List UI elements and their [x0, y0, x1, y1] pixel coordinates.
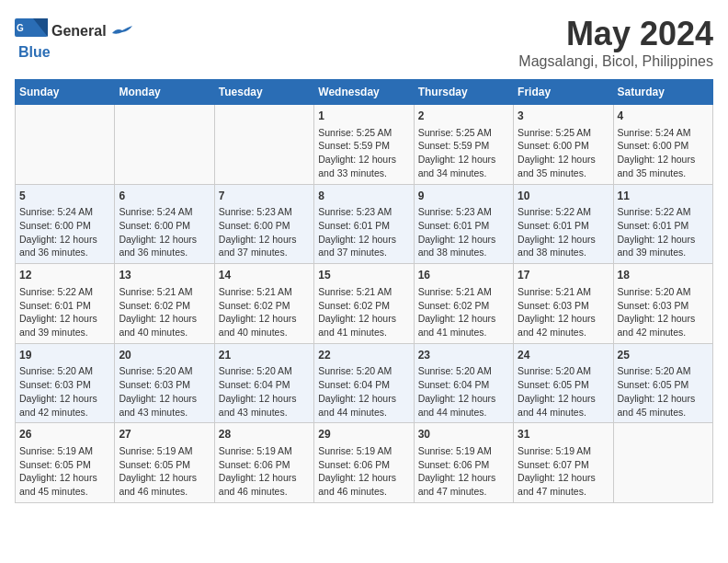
day-info: Sunrise: 5:22 AMSunset: 6:01 PMDaylight:…: [19, 285, 110, 339]
svg-text:G: G: [17, 23, 24, 33]
header: G General Blue May 2024 Magsalangi, Bico…: [15, 15, 713, 70]
calendar-cell: 30Sunrise: 5:19 AMSunset: 6:06 PMDayligh…: [414, 423, 513, 503]
calendar-cell: 28Sunrise: 5:19 AMSunset: 6:06 PMDayligh…: [214, 423, 313, 503]
day-info: Sunrise: 5:22 AMSunset: 6:01 PMDaylight:…: [518, 205, 609, 259]
week-row-5: 26Sunrise: 5:19 AMSunset: 6:05 PMDayligh…: [16, 423, 713, 503]
calendar-cell: 11Sunrise: 5:22 AMSunset: 6:01 PMDayligh…: [613, 184, 712, 264]
calendar-cell: 5Sunrise: 5:24 AMSunset: 6:00 PMDaylight…: [16, 184, 115, 264]
day-number: 28: [219, 427, 310, 442]
logo-icon: G: [15, 18, 48, 44]
day-info: Sunrise: 5:19 AMSunset: 6:06 PMDaylight:…: [219, 444, 310, 499]
day-info: Sunrise: 5:22 AMSunset: 6:01 PMDaylight:…: [618, 205, 709, 259]
day-info: Sunrise: 5:19 AMSunset: 6:06 PMDaylight:…: [318, 444, 409, 499]
day-info: Sunrise: 5:20 AMSunset: 6:03 PMDaylight:…: [119, 364, 210, 419]
calendar-cell: 3Sunrise: 5:25 AMSunset: 6:00 PMDaylight…: [514, 105, 613, 185]
calendar-cell: 21Sunrise: 5:20 AMSunset: 6:04 PMDayligh…: [214, 343, 313, 423]
calendar-cell: 24Sunrise: 5:20 AMSunset: 6:05 PMDayligh…: [514, 343, 613, 423]
day-info: Sunrise: 5:20 AMSunset: 6:04 PMDaylight:…: [318, 364, 409, 419]
day-number: 6: [119, 189, 210, 204]
day-number: 2: [418, 109, 509, 124]
calendar-table: SundayMondayTuesdayWednesdayThursdayFrid…: [15, 79, 713, 503]
day-number: 27: [119, 427, 210, 442]
day-info: Sunrise: 5:23 AMSunset: 6:01 PMDaylight:…: [318, 205, 409, 259]
day-number: 8: [318, 189, 409, 204]
calendar-cell: [115, 105, 214, 185]
calendar-cell: 6Sunrise: 5:24 AMSunset: 6:00 PMDaylight…: [115, 184, 214, 264]
header-tuesday: Tuesday: [214, 80, 313, 105]
calendar-cell: 9Sunrise: 5:23 AMSunset: 6:01 PMDaylight…: [414, 184, 513, 264]
day-number: 14: [219, 268, 310, 283]
day-info: Sunrise: 5:19 AMSunset: 6:05 PMDaylight:…: [19, 444, 110, 499]
week-row-3: 12Sunrise: 5:22 AMSunset: 6:01 PMDayligh…: [16, 264, 713, 344]
calendar-cell: 19Sunrise: 5:20 AMSunset: 6:03 PMDayligh…: [16, 343, 115, 423]
day-number: 5: [19, 189, 110, 204]
day-info: Sunrise: 5:21 AMSunset: 6:03 PMDaylight:…: [518, 285, 609, 339]
day-info: Sunrise: 5:24 AMSunset: 6:00 PMDaylight:…: [19, 205, 110, 259]
day-number: 13: [119, 268, 210, 283]
day-number: 18: [618, 268, 709, 283]
day-info: Sunrise: 5:21 AMSunset: 6:02 PMDaylight:…: [418, 285, 509, 339]
day-info: Sunrise: 5:24 AMSunset: 6:00 PMDaylight:…: [618, 126, 709, 180]
day-info: Sunrise: 5:25 AMSunset: 6:00 PMDaylight:…: [518, 126, 609, 180]
day-info: Sunrise: 5:20 AMSunset: 6:04 PMDaylight:…: [418, 364, 509, 419]
calendar-cell: 14Sunrise: 5:21 AMSunset: 6:02 PMDayligh…: [214, 264, 313, 344]
day-info: Sunrise: 5:24 AMSunset: 6:00 PMDaylight:…: [119, 205, 210, 259]
day-number: 29: [318, 427, 409, 442]
logo-general: General: [51, 23, 107, 39]
header-row: SundayMondayTuesdayWednesdayThursdayFrid…: [16, 80, 713, 105]
calendar-cell: 10Sunrise: 5:22 AMSunset: 6:01 PMDayligh…: [514, 184, 613, 264]
day-info: Sunrise: 5:21 AMSunset: 6:02 PMDaylight:…: [318, 285, 409, 339]
logo-bird: [112, 26, 132, 39]
calendar-cell: 7Sunrise: 5:23 AMSunset: 6:00 PMDaylight…: [214, 184, 313, 264]
day-number: 9: [418, 189, 509, 204]
day-number: 16: [418, 268, 509, 283]
week-row-2: 5Sunrise: 5:24 AMSunset: 6:00 PMDaylight…: [16, 184, 713, 264]
day-number: 17: [518, 268, 609, 283]
day-info: Sunrise: 5:23 AMSunset: 6:00 PMDaylight:…: [219, 205, 310, 259]
page-subtitle: Magsalangi, Bicol, Philippines: [518, 53, 713, 70]
calendar-cell: 18Sunrise: 5:20 AMSunset: 6:03 PMDayligh…: [613, 264, 712, 344]
day-number: 24: [518, 348, 609, 363]
week-row-4: 19Sunrise: 5:20 AMSunset: 6:03 PMDayligh…: [16, 343, 713, 423]
day-number: 3: [518, 109, 609, 124]
day-info: Sunrise: 5:20 AMSunset: 6:03 PMDaylight:…: [618, 285, 709, 339]
calendar-cell: 23Sunrise: 5:20 AMSunset: 6:04 PMDayligh…: [414, 343, 513, 423]
calendar-cell: 2Sunrise: 5:25 AMSunset: 5:59 PMDaylight…: [414, 105, 513, 185]
calendar-cell: 17Sunrise: 5:21 AMSunset: 6:03 PMDayligh…: [514, 264, 613, 344]
day-number: 12: [19, 268, 110, 283]
day-info: Sunrise: 5:20 AMSunset: 6:05 PMDaylight:…: [618, 364, 709, 419]
calendar-cell: 25Sunrise: 5:20 AMSunset: 6:05 PMDayligh…: [613, 343, 712, 423]
calendar-cell: [214, 105, 313, 185]
day-info: Sunrise: 5:21 AMSunset: 6:02 PMDaylight:…: [219, 285, 310, 339]
logo-blue: Blue: [18, 44, 51, 61]
day-info: Sunrise: 5:20 AMSunset: 6:05 PMDaylight:…: [518, 364, 609, 419]
calendar-cell: 26Sunrise: 5:19 AMSunset: 6:05 PMDayligh…: [16, 423, 115, 503]
calendar-cell: 27Sunrise: 5:19 AMSunset: 6:05 PMDayligh…: [115, 423, 214, 503]
calendar-cell: 15Sunrise: 5:21 AMSunset: 6:02 PMDayligh…: [314, 264, 414, 344]
day-number: 20: [119, 348, 210, 363]
day-number: 19: [19, 348, 110, 363]
day-number: 4: [618, 109, 709, 124]
page-title: May 2024: [518, 15, 713, 53]
calendar-cell: 8Sunrise: 5:23 AMSunset: 6:01 PMDaylight…: [314, 184, 414, 264]
calendar-cell: 13Sunrise: 5:21 AMSunset: 6:02 PMDayligh…: [115, 264, 214, 344]
day-info: Sunrise: 5:19 AMSunset: 6:07 PMDaylight:…: [518, 444, 609, 499]
calendar-cell: 29Sunrise: 5:19 AMSunset: 6:06 PMDayligh…: [314, 423, 414, 503]
calendar-cell: 12Sunrise: 5:22 AMSunset: 6:01 PMDayligh…: [16, 264, 115, 344]
day-number: 22: [318, 348, 409, 363]
day-info: Sunrise: 5:19 AMSunset: 6:05 PMDaylight:…: [119, 444, 210, 499]
day-number: 31: [518, 427, 609, 442]
day-info: Sunrise: 5:25 AMSunset: 5:59 PMDaylight:…: [418, 126, 509, 180]
day-number: 30: [418, 427, 509, 442]
day-info: Sunrise: 5:20 AMSunset: 6:03 PMDaylight:…: [19, 364, 110, 419]
logo: G General Blue: [15, 18, 132, 61]
calendar-cell: 16Sunrise: 5:21 AMSunset: 6:02 PMDayligh…: [414, 264, 513, 344]
day-number: 1: [318, 109, 409, 124]
header-monday: Monday: [115, 80, 214, 105]
title-area: May 2024 Magsalangi, Bicol, Philippines: [518, 15, 713, 70]
calendar-cell: 22Sunrise: 5:20 AMSunset: 6:04 PMDayligh…: [314, 343, 414, 423]
day-info: Sunrise: 5:19 AMSunset: 6:06 PMDaylight:…: [418, 444, 509, 499]
calendar-cell: 31Sunrise: 5:19 AMSunset: 6:07 PMDayligh…: [514, 423, 613, 503]
header-sunday: Sunday: [16, 80, 115, 105]
day-info: Sunrise: 5:25 AMSunset: 5:59 PMDaylight:…: [318, 126, 409, 180]
